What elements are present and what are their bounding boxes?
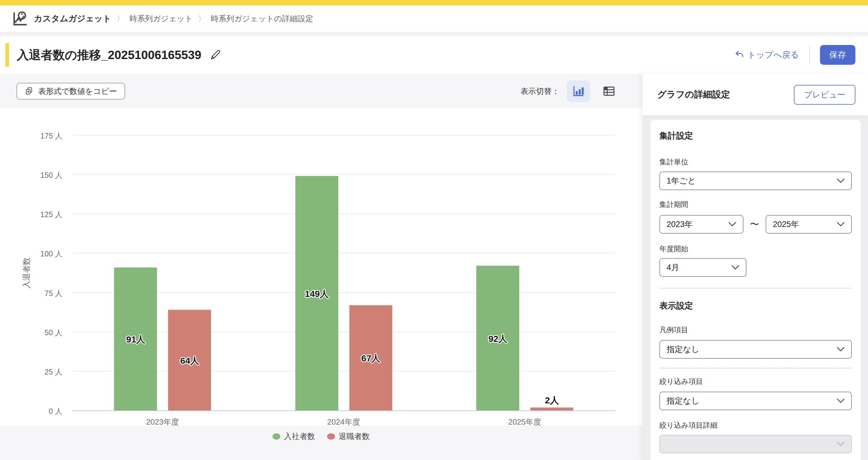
y-tick-label: 25 人 bbox=[18, 367, 62, 377]
grid-line bbox=[72, 213, 615, 214]
dotted-divider bbox=[659, 368, 852, 368]
section-divider bbox=[659, 288, 852, 289]
chart-area: 表形式で数値をコピー 表示切替： bbox=[0, 74, 642, 460]
settings-panel-header: グラフの詳細設定 プレビュー bbox=[642, 74, 868, 116]
legend-item-退職者数: 退職者数 bbox=[327, 431, 370, 442]
preview-button[interactable]: プレビュー bbox=[794, 85, 856, 105]
chevron-down-icon bbox=[837, 178, 845, 183]
chart-toolbar: 表形式で数値をコピー 表示切替： bbox=[17, 80, 621, 103]
aggregation-settings-heading: 集計設定 bbox=[659, 131, 852, 141]
breadcrumb-separator-icon: 〉 bbox=[198, 14, 205, 23]
fiscal-year-start-label: 年度開始 bbox=[659, 244, 852, 253]
chevron-down-icon bbox=[728, 222, 736, 227]
y-tick-label: 50 人 bbox=[18, 328, 62, 338]
y-tick-label: 150 人 bbox=[18, 170, 62, 180]
y-axis-title: 入退者数 bbox=[21, 257, 32, 289]
legend-marker bbox=[273, 433, 280, 439]
chart-legend: 入社者数退職者数 bbox=[0, 431, 642, 442]
filter-item-value: 指定なし bbox=[666, 396, 699, 406]
title-accent-bar bbox=[5, 43, 9, 67]
aggregation-unit-value: 1年ごと bbox=[666, 175, 696, 186]
bar-value-label: 67人 bbox=[337, 352, 404, 365]
period-to-value: 2025年 bbox=[773, 219, 799, 230]
chevron-down-icon bbox=[837, 347, 845, 352]
y-tick-label: 125 人 bbox=[18, 209, 62, 220]
aggregation-period-row: 2023年 〜 2025年 bbox=[659, 215, 852, 234]
period-to-select[interactable]: 2025年 bbox=[766, 215, 852, 234]
copy-icon bbox=[25, 87, 34, 96]
copy-button-label: 表形式で数値をコピー bbox=[38, 86, 117, 97]
vertical-separator bbox=[809, 45, 810, 64]
bar-value-label: 92人 bbox=[464, 333, 531, 345]
table-icon bbox=[602, 84, 616, 98]
display-settings-heading: 表示設定 bbox=[659, 301, 852, 311]
period-from-value: 2023年 bbox=[666, 219, 693, 230]
app-root: カスタムガジェット 〉 時系列ガジェット 〉 時系列ガジェットの詳細設定 入退者… bbox=[0, 0, 868, 460]
chevron-down-icon bbox=[837, 398, 845, 403]
bar-退職者数-2025年度 bbox=[530, 407, 573, 410]
undo-arrow-icon bbox=[735, 50, 744, 60]
edit-title-pencil-icon[interactable] bbox=[209, 49, 221, 61]
bar-chart-icon bbox=[571, 84, 585, 98]
fiscal-year-start-value: 4月 bbox=[666, 262, 679, 273]
aggregation-unit-select[interactable]: 1年ごと bbox=[659, 171, 852, 190]
filter-item-detail-label: 絞り込み項目詳細 bbox=[659, 421, 852, 430]
bar-value-label: 2人 bbox=[518, 394, 585, 406]
settings-panel: グラフの詳細設定 プレビュー 集計設定 集計単位 1年ごと 集計期間 2023年… bbox=[642, 74, 868, 460]
period-from-select[interactable]: 2023年 bbox=[659, 215, 743, 234]
copy-table-values-button[interactable]: 表形式で数値をコピー bbox=[17, 83, 125, 100]
grid-line bbox=[72, 135, 615, 135]
grid-line bbox=[72, 253, 615, 253]
settings-panel-title: グラフの詳細設定 bbox=[657, 89, 730, 101]
chevron-down-icon bbox=[837, 222, 845, 227]
legend-label: 退職者数 bbox=[339, 431, 370, 442]
breadcrumb-item-custom-gadget[interactable]: カスタムガジェット bbox=[34, 13, 111, 24]
breadcrumb-item-timeseries-gadget[interactable]: 時系列ガジェット bbox=[129, 13, 193, 24]
settings-card: 集計設定 集計単位 1年ごと 集計期間 2023年 〜 2025年 bbox=[650, 120, 861, 460]
y-tick-label: 100 人 bbox=[18, 249, 62, 259]
breadcrumb: カスタムガジェット 〉 時系列ガジェット 〉 時系列ガジェットの詳細設定 bbox=[0, 5, 868, 32]
content-area: 表形式で数値をコピー 表示切替： bbox=[0, 74, 868, 460]
y-tick-label: 0 人 bbox=[18, 406, 62, 416]
bar-value-label: 149人 bbox=[283, 288, 350, 300]
page-title: 入退者数の推移_20251006165539 bbox=[17, 47, 202, 63]
chart-panel: 入退者数 0 人25 人50 人75 人100 人125 人150 人175 人… bbox=[0, 108, 642, 426]
bar-value-label: 64人 bbox=[156, 355, 223, 367]
chart-view-toggle-button[interactable] bbox=[567, 80, 590, 102]
legend-item-入社者数: 入社者数 bbox=[273, 431, 315, 442]
save-button[interactable]: 保存 bbox=[820, 45, 856, 65]
bar-chart-plot: 入退者数 0 人25 人50 人75 人100 人125 人150 人175 人… bbox=[0, 108, 642, 426]
aggregation-unit-label: 集計単位 bbox=[659, 158, 852, 166]
title-actions: トップへ戻る 保存 bbox=[735, 45, 856, 65]
period-separator: 〜 bbox=[743, 218, 766, 231]
x-category-label: 2024年度 bbox=[299, 417, 389, 427]
breadcrumb-separator-icon: 〉 bbox=[117, 14, 124, 23]
breadcrumb-item-detail-settings: 時系列ガジェットの詳細設定 bbox=[211, 13, 313, 24]
legend-marker bbox=[327, 433, 335, 439]
table-view-toggle-button[interactable] bbox=[597, 80, 621, 102]
title-bar: 入退者数の推移_20251006165539 トップへ戻る 保存 bbox=[0, 36, 868, 74]
app-logo-chart-magnifier-icon bbox=[11, 10, 29, 27]
y-tick-label: 75 人 bbox=[18, 289, 62, 298]
view-toggle: 表示切替： bbox=[521, 80, 621, 102]
legend-item-select[interactable]: 指定なし bbox=[659, 340, 852, 359]
legend-item-label: 凡例項目 bbox=[659, 325, 852, 334]
y-tick-label: 175 人 bbox=[18, 131, 62, 141]
legend-label: 入社者数 bbox=[284, 431, 315, 442]
filter-item-select[interactable]: 指定なし bbox=[659, 392, 852, 410]
view-toggle-label: 表示切替： bbox=[521, 86, 559, 97]
back-to-top-link[interactable]: トップへ戻る bbox=[735, 49, 799, 61]
back-to-top-label: トップへ戻る bbox=[748, 49, 799, 61]
x-category-label: 2023年度 bbox=[118, 417, 208, 427]
aggregation-period-label: 集計期間 bbox=[659, 200, 852, 209]
grid-line bbox=[72, 174, 615, 175]
filter-item-label: 絞り込み項目 bbox=[659, 377, 852, 386]
fiscal-year-start-select[interactable]: 4月 bbox=[659, 258, 746, 277]
legend-item-value: 指定なし bbox=[666, 344, 699, 355]
top-accent-strip bbox=[0, 0, 868, 5]
filter-item-detail-select-disabled bbox=[659, 435, 852, 453]
header-divider bbox=[0, 32, 868, 36]
x-category-label: 2025年度 bbox=[479, 417, 570, 427]
chevron-down-icon bbox=[732, 265, 739, 270]
bar-value-label: 91人 bbox=[102, 333, 169, 346]
